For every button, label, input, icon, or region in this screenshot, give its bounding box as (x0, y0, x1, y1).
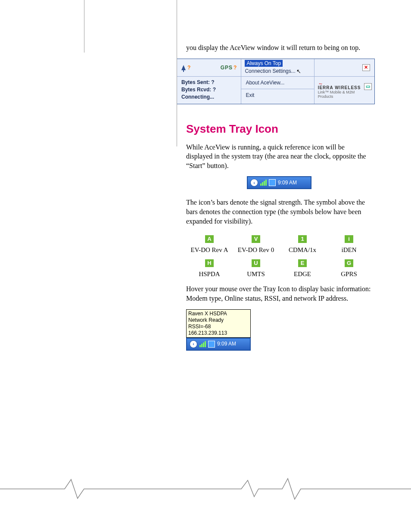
tray-app-icon-2 (208, 341, 215, 348)
para-signal-desc: The icon’s bars denote the signal streng… (186, 198, 372, 226)
aceview-window: ? GPS ? Always On Top Connection Setting… (177, 59, 375, 104)
glyph-u-icon: U (252, 259, 260, 267)
connection-type-grid: AEV-DO Rev A VEV-DO Rev 0 1CDMA/1x iiDEN… (186, 234, 372, 278)
signal-panel: ? GPS ? (177, 59, 241, 77)
signal-bars-icon (260, 180, 267, 186)
brand-name: IERRA WIRELESS (318, 85, 371, 90)
glyph-g-icon: G (345, 259, 353, 267)
section-heading: System Tray Icon (186, 121, 372, 137)
gps-unknown-icon: ? (234, 65, 237, 71)
menu-about[interactable]: About AceView... (241, 77, 314, 89)
system-tray: ‹ 9:09 AM (247, 176, 311, 189)
mid-divider (177, 0, 177, 146)
tooltip-modem: Raven X HSDPA (188, 311, 249, 317)
icon-evdo-rev-a: AEV-DO Rev A (186, 234, 233, 254)
menu-always-on-top[interactable]: Always On Top (241, 59, 314, 67)
document-page: you display the AceView window it will r… (0, 0, 411, 532)
minimize-icon[interactable]: ▭ (364, 83, 372, 90)
menu-exit[interactable]: Exit (241, 89, 314, 101)
connecting-label: Connecting... (181, 94, 237, 100)
body-content-2: System Tray Icon While AceView is runnin… (186, 121, 372, 351)
icon-cdma-1x: 1CDMA/1x (279, 234, 326, 254)
glyph-1-icon: 1 (298, 235, 307, 243)
bytes-rcvd-label: Bytes Rcvd: ? (181, 87, 237, 93)
tray-clock: 9:09 AM (278, 179, 297, 186)
antenna-icon (181, 65, 186, 70)
gps-label: GPS (221, 65, 233, 71)
left-divider (84, 0, 84, 53)
signal-bars-icon-2 (199, 341, 206, 347)
system-tray-2: ‹ 9:09 AM (186, 338, 251, 351)
icon-edge: EEDGE (279, 258, 326, 278)
close-icon[interactable]: ✕ (362, 64, 370, 71)
icon-gprs: GGPRS (326, 258, 372, 278)
glyph-e-icon: E (298, 259, 307, 267)
icon-iden: iiDEN (326, 234, 372, 254)
menu-connection-settings[interactable]: Connection Settings... ↖ (241, 67, 314, 77)
glyph-a-icon: A (205, 235, 214, 243)
icon-hspda: HHSPDA (186, 258, 233, 278)
footer-wave-icon (0, 476, 411, 502)
icon-umts: UUMTS (233, 258, 279, 278)
brand-tagline: Link™ Mobile & M2M Products (318, 90, 371, 99)
cursor-icon: ↖ (296, 68, 301, 75)
tooltip-status: Network Ready (188, 317, 249, 324)
para-tray-intro: While AceView is running, a quick refere… (186, 143, 372, 171)
tooltip-example: Raven X HSDPA Network Ready RSSI=-68 166… (186, 309, 251, 351)
tooltip-ip: 166.213.239.113 (188, 330, 249, 336)
tooltip-rssi: RSSI=-68 (188, 324, 249, 330)
bytes-sent-label: Bytes Sent: ? (181, 79, 237, 85)
tray-expand-icon[interactable]: ‹ (250, 179, 258, 187)
signal-unknown-icon: ? (187, 65, 190, 71)
icon-evdo-rev-0: VEV-DO Rev 0 (233, 234, 279, 254)
body-content: you display the AceView window it will r… (186, 43, 372, 53)
tray-expand-icon-2[interactable]: ‹ (190, 340, 197, 348)
tray-clock-2: 9:09 AM (217, 340, 236, 347)
tray-app-icon (269, 179, 276, 186)
tray-tooltip: Raven X HSDPA Network Ready RSSI=-68 166… (186, 309, 251, 338)
lead-paragraph: you display the AceView window it will r… (186, 43, 372, 53)
glyph-i-icon: i (345, 235, 353, 243)
brand-swoosh-icon: ～ (318, 82, 371, 85)
para-hover-desc: Hover your mouse over the Tray Icon to d… (186, 284, 372, 303)
window-controls: ✕ (314, 59, 374, 77)
glyph-v-icon: V (252, 235, 260, 243)
glyph-h-icon: H (205, 259, 214, 267)
